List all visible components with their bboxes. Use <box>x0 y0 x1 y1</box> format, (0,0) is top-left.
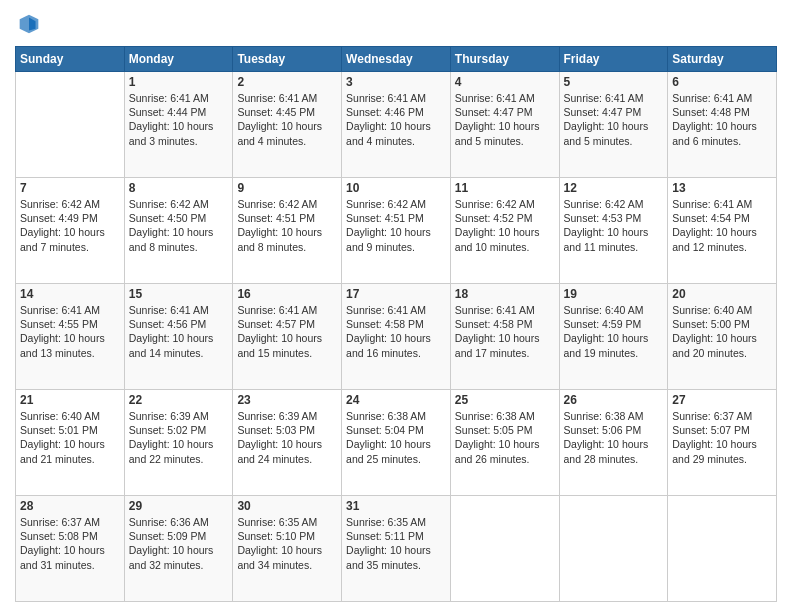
weekday-header-row: SundayMondayTuesdayWednesdayThursdayFrid… <box>16 47 777 72</box>
day-info: Sunrise: 6:42 AMSunset: 4:51 PMDaylight:… <box>237 197 337 254</box>
day-info: Sunrise: 6:41 AMSunset: 4:48 PMDaylight:… <box>672 91 772 148</box>
day-info: Sunrise: 6:40 AMSunset: 5:01 PMDaylight:… <box>20 409 120 466</box>
day-info: Sunrise: 6:41 AMSunset: 4:56 PMDaylight:… <box>129 303 229 360</box>
day-cell: 24Sunrise: 6:38 AMSunset: 5:04 PMDayligh… <box>342 390 451 496</box>
day-number: 2 <box>237 75 337 89</box>
day-cell: 4Sunrise: 6:41 AMSunset: 4:47 PMDaylight… <box>450 72 559 178</box>
day-cell: 2Sunrise: 6:41 AMSunset: 4:45 PMDaylight… <box>233 72 342 178</box>
day-number: 11 <box>455 181 555 195</box>
day-info: Sunrise: 6:41 AMSunset: 4:58 PMDaylight:… <box>455 303 555 360</box>
day-info: Sunrise: 6:37 AMSunset: 5:07 PMDaylight:… <box>672 409 772 466</box>
day-number: 14 <box>20 287 120 301</box>
day-number: 24 <box>346 393 446 407</box>
day-number: 27 <box>672 393 772 407</box>
day-cell: 31Sunrise: 6:35 AMSunset: 5:11 PMDayligh… <box>342 496 451 602</box>
day-info: Sunrise: 6:37 AMSunset: 5:08 PMDaylight:… <box>20 515 120 572</box>
day-cell: 14Sunrise: 6:41 AMSunset: 4:55 PMDayligh… <box>16 284 125 390</box>
day-cell: 16Sunrise: 6:41 AMSunset: 4:57 PMDayligh… <box>233 284 342 390</box>
day-info: Sunrise: 6:41 AMSunset: 4:55 PMDaylight:… <box>20 303 120 360</box>
day-info: Sunrise: 6:41 AMSunset: 4:47 PMDaylight:… <box>455 91 555 148</box>
day-info: Sunrise: 6:41 AMSunset: 4:44 PMDaylight:… <box>129 91 229 148</box>
day-cell: 7Sunrise: 6:42 AMSunset: 4:49 PMDaylight… <box>16 178 125 284</box>
day-number: 30 <box>237 499 337 513</box>
day-info: Sunrise: 6:40 AMSunset: 4:59 PMDaylight:… <box>564 303 664 360</box>
day-number: 7 <box>20 181 120 195</box>
day-cell: 19Sunrise: 6:40 AMSunset: 4:59 PMDayligh… <box>559 284 668 390</box>
day-number: 10 <box>346 181 446 195</box>
calendar-table: SundayMondayTuesdayWednesdayThursdayFrid… <box>15 46 777 602</box>
day-cell: 13Sunrise: 6:41 AMSunset: 4:54 PMDayligh… <box>668 178 777 284</box>
day-info: Sunrise: 6:41 AMSunset: 4:57 PMDaylight:… <box>237 303 337 360</box>
day-number: 26 <box>564 393 664 407</box>
day-cell: 27Sunrise: 6:37 AMSunset: 5:07 PMDayligh… <box>668 390 777 496</box>
day-info: Sunrise: 6:36 AMSunset: 5:09 PMDaylight:… <box>129 515 229 572</box>
day-number: 21 <box>20 393 120 407</box>
page: SundayMondayTuesdayWednesdayThursdayFrid… <box>0 0 792 612</box>
day-cell: 21Sunrise: 6:40 AMSunset: 5:01 PMDayligh… <box>16 390 125 496</box>
weekday-wednesday: Wednesday <box>342 47 451 72</box>
week-row-2: 7Sunrise: 6:42 AMSunset: 4:49 PMDaylight… <box>16 178 777 284</box>
day-number: 28 <box>20 499 120 513</box>
day-number: 5 <box>564 75 664 89</box>
day-number: 31 <box>346 499 446 513</box>
day-info: Sunrise: 6:41 AMSunset: 4:54 PMDaylight:… <box>672 197 772 254</box>
week-row-3: 14Sunrise: 6:41 AMSunset: 4:55 PMDayligh… <box>16 284 777 390</box>
weekday-sunday: Sunday <box>16 47 125 72</box>
day-cell: 28Sunrise: 6:37 AMSunset: 5:08 PMDayligh… <box>16 496 125 602</box>
day-info: Sunrise: 6:42 AMSunset: 4:52 PMDaylight:… <box>455 197 555 254</box>
logo-icon <box>15 10 43 38</box>
week-row-5: 28Sunrise: 6:37 AMSunset: 5:08 PMDayligh… <box>16 496 777 602</box>
day-cell: 9Sunrise: 6:42 AMSunset: 4:51 PMDaylight… <box>233 178 342 284</box>
day-number: 3 <box>346 75 446 89</box>
day-number: 15 <box>129 287 229 301</box>
day-info: Sunrise: 6:35 AMSunset: 5:10 PMDaylight:… <box>237 515 337 572</box>
weekday-saturday: Saturday <box>668 47 777 72</box>
weekday-thursday: Thursday <box>450 47 559 72</box>
day-info: Sunrise: 6:42 AMSunset: 4:53 PMDaylight:… <box>564 197 664 254</box>
week-row-1: 1Sunrise: 6:41 AMSunset: 4:44 PMDaylight… <box>16 72 777 178</box>
day-info: Sunrise: 6:42 AMSunset: 4:51 PMDaylight:… <box>346 197 446 254</box>
day-cell: 17Sunrise: 6:41 AMSunset: 4:58 PMDayligh… <box>342 284 451 390</box>
header <box>15 10 777 38</box>
weekday-monday: Monday <box>124 47 233 72</box>
day-info: Sunrise: 6:39 AMSunset: 5:03 PMDaylight:… <box>237 409 337 466</box>
day-cell: 25Sunrise: 6:38 AMSunset: 5:05 PMDayligh… <box>450 390 559 496</box>
logo <box>15 10 47 38</box>
day-info: Sunrise: 6:41 AMSunset: 4:58 PMDaylight:… <box>346 303 446 360</box>
day-cell: 10Sunrise: 6:42 AMSunset: 4:51 PMDayligh… <box>342 178 451 284</box>
day-cell: 1Sunrise: 6:41 AMSunset: 4:44 PMDaylight… <box>124 72 233 178</box>
day-number: 29 <box>129 499 229 513</box>
day-info: Sunrise: 6:38 AMSunset: 5:06 PMDaylight:… <box>564 409 664 466</box>
day-number: 25 <box>455 393 555 407</box>
day-number: 8 <box>129 181 229 195</box>
day-number: 4 <box>455 75 555 89</box>
day-cell <box>668 496 777 602</box>
day-cell: 29Sunrise: 6:36 AMSunset: 5:09 PMDayligh… <box>124 496 233 602</box>
day-cell: 5Sunrise: 6:41 AMSunset: 4:47 PMDaylight… <box>559 72 668 178</box>
day-number: 9 <box>237 181 337 195</box>
weekday-friday: Friday <box>559 47 668 72</box>
day-number: 13 <box>672 181 772 195</box>
day-cell: 12Sunrise: 6:42 AMSunset: 4:53 PMDayligh… <box>559 178 668 284</box>
day-cell: 18Sunrise: 6:41 AMSunset: 4:58 PMDayligh… <box>450 284 559 390</box>
day-cell <box>559 496 668 602</box>
day-info: Sunrise: 6:42 AMSunset: 4:50 PMDaylight:… <box>129 197 229 254</box>
week-row-4: 21Sunrise: 6:40 AMSunset: 5:01 PMDayligh… <box>16 390 777 496</box>
day-cell: 11Sunrise: 6:42 AMSunset: 4:52 PMDayligh… <box>450 178 559 284</box>
day-info: Sunrise: 6:35 AMSunset: 5:11 PMDaylight:… <box>346 515 446 572</box>
day-number: 19 <box>564 287 664 301</box>
day-info: Sunrise: 6:38 AMSunset: 5:05 PMDaylight:… <box>455 409 555 466</box>
day-number: 6 <box>672 75 772 89</box>
day-info: Sunrise: 6:39 AMSunset: 5:02 PMDaylight:… <box>129 409 229 466</box>
day-cell: 23Sunrise: 6:39 AMSunset: 5:03 PMDayligh… <box>233 390 342 496</box>
day-info: Sunrise: 6:38 AMSunset: 5:04 PMDaylight:… <box>346 409 446 466</box>
day-info: Sunrise: 6:41 AMSunset: 4:45 PMDaylight:… <box>237 91 337 148</box>
day-cell: 26Sunrise: 6:38 AMSunset: 5:06 PMDayligh… <box>559 390 668 496</box>
day-info: Sunrise: 6:40 AMSunset: 5:00 PMDaylight:… <box>672 303 772 360</box>
day-number: 23 <box>237 393 337 407</box>
day-number: 1 <box>129 75 229 89</box>
day-cell: 20Sunrise: 6:40 AMSunset: 5:00 PMDayligh… <box>668 284 777 390</box>
day-cell: 22Sunrise: 6:39 AMSunset: 5:02 PMDayligh… <box>124 390 233 496</box>
day-cell: 3Sunrise: 6:41 AMSunset: 4:46 PMDaylight… <box>342 72 451 178</box>
day-cell <box>450 496 559 602</box>
